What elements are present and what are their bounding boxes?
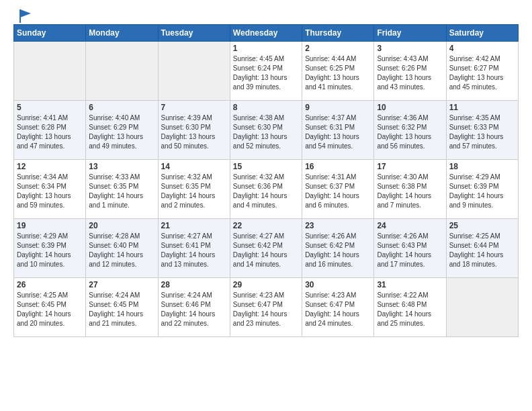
- day-number: 29: [233, 280, 299, 289]
- day-number: 12: [17, 162, 83, 171]
- calendar-cell: 15Sunrise: 4:32 AM Sunset: 6:36 PM Dayli…: [230, 160, 302, 219]
- calendar-cell: [14, 42, 86, 101]
- day-info: Sunrise: 4:29 AM Sunset: 6:39 PM Dayligh…: [17, 232, 83, 269]
- calendar-cell: 17Sunrise: 4:30 AM Sunset: 6:38 PM Dayli…: [374, 160, 446, 219]
- day-number: 4: [449, 44, 515, 53]
- calendar-cell: 5Sunrise: 4:41 AM Sunset: 6:28 PM Daylig…: [14, 101, 86, 160]
- calendar-cell: 12Sunrise: 4:34 AM Sunset: 6:34 PM Dayli…: [14, 160, 86, 219]
- calendar-cell: 21Sunrise: 4:27 AM Sunset: 6:41 PM Dayli…: [158, 219, 230, 278]
- day-number: 26: [17, 280, 83, 289]
- weekday-header-wednesday: Wednesday: [230, 25, 302, 42]
- day-info: Sunrise: 4:45 AM Sunset: 6:24 PM Dayligh…: [233, 54, 299, 92]
- weekday-header-friday: Friday: [374, 25, 446, 42]
- calendar-cell: 16Sunrise: 4:31 AM Sunset: 6:37 PM Dayli…: [302, 160, 374, 219]
- day-info: Sunrise: 4:24 AM Sunset: 6:45 PM Dayligh…: [89, 291, 154, 328]
- calendar-cell: 24Sunrise: 4:26 AM Sunset: 6:43 PM Dayli…: [374, 219, 446, 278]
- day-number: 2: [305, 44, 371, 53]
- day-number: 1: [233, 44, 299, 53]
- day-number: 16: [305, 162, 371, 171]
- calendar-cell: 10Sunrise: 4:36 AM Sunset: 6:32 PM Dayli…: [374, 101, 446, 160]
- day-info: Sunrise: 4:34 AM Sunset: 6:34 PM Dayligh…: [17, 173, 83, 210]
- calendar-cell: 22Sunrise: 4:27 AM Sunset: 6:42 PM Dayli…: [230, 219, 302, 278]
- day-info: Sunrise: 4:44 AM Sunset: 6:25 PM Dayligh…: [305, 54, 371, 92]
- day-info: Sunrise: 4:39 AM Sunset: 6:30 PM Dayligh…: [161, 113, 227, 151]
- day-number: 9: [305, 103, 371, 112]
- calendar-cell: 20Sunrise: 4:28 AM Sunset: 6:40 PM Dayli…: [86, 219, 158, 278]
- day-number: 15: [233, 162, 299, 171]
- day-number: 21: [161, 221, 227, 230]
- day-info: Sunrise: 4:40 AM Sunset: 6:29 PM Dayligh…: [89, 113, 154, 151]
- weekday-header-tuesday: Tuesday: [158, 25, 230, 42]
- day-info: Sunrise: 4:38 AM Sunset: 6:30 PM Dayligh…: [233, 113, 299, 151]
- calendar-cell: 26Sunrise: 4:25 AM Sunset: 6:45 PM Dayli…: [14, 278, 86, 337]
- weekday-header-thursday: Thursday: [302, 25, 374, 42]
- calendar-week-row: 1Sunrise: 4:45 AM Sunset: 6:24 PM Daylig…: [14, 42, 519, 101]
- day-info: Sunrise: 4:42 AM Sunset: 6:27 PM Dayligh…: [449, 54, 515, 92]
- logo: [13, 11, 32, 20]
- day-number: 6: [89, 103, 154, 112]
- day-number: 11: [449, 103, 515, 112]
- day-number: 18: [449, 162, 515, 171]
- day-number: 28: [161, 280, 227, 289]
- day-info: Sunrise: 4:26 AM Sunset: 6:42 PM Dayligh…: [305, 232, 371, 269]
- day-number: 30: [305, 280, 371, 289]
- day-number: 17: [377, 162, 443, 171]
- calendar-cell: 1Sunrise: 4:45 AM Sunset: 6:24 PM Daylig…: [230, 42, 302, 101]
- day-number: 14: [161, 162, 227, 171]
- day-info: Sunrise: 4:27 AM Sunset: 6:42 PM Dayligh…: [233, 232, 299, 269]
- day-info: Sunrise: 4:35 AM Sunset: 6:33 PM Dayligh…: [449, 113, 515, 151]
- day-info: Sunrise: 4:36 AM Sunset: 6:32 PM Dayligh…: [377, 113, 443, 151]
- day-number: 31: [377, 280, 443, 289]
- day-info: Sunrise: 4:33 AM Sunset: 6:35 PM Dayligh…: [89, 173, 154, 210]
- calendar-cell: 23Sunrise: 4:26 AM Sunset: 6:42 PM Dayli…: [302, 219, 374, 278]
- calendar-week-row: 26Sunrise: 4:25 AM Sunset: 6:45 PM Dayli…: [14, 278, 519, 337]
- calendar-cell: 29Sunrise: 4:23 AM Sunset: 6:47 PM Dayli…: [230, 278, 302, 337]
- day-info: Sunrise: 4:25 AM Sunset: 6:45 PM Dayligh…: [17, 291, 83, 328]
- calendar-cell: 25Sunrise: 4:25 AM Sunset: 6:44 PM Dayli…: [446, 219, 518, 278]
- day-number: 25: [449, 221, 515, 230]
- day-number: 24: [377, 221, 443, 230]
- day-info: Sunrise: 4:22 AM Sunset: 6:48 PM Dayligh…: [377, 291, 443, 328]
- calendar-cell: 13Sunrise: 4:33 AM Sunset: 6:35 PM Dayli…: [86, 160, 158, 219]
- page: SundayMondayTuesdayWednesdayThursdayFrid…: [0, 0, 532, 411]
- day-number: 3: [377, 44, 443, 53]
- calendar-cell: 11Sunrise: 4:35 AM Sunset: 6:33 PM Dayli…: [446, 101, 518, 160]
- weekday-header-saturday: Saturday: [446, 25, 518, 42]
- day-info: Sunrise: 4:41 AM Sunset: 6:28 PM Dayligh…: [17, 113, 83, 151]
- weekday-header-monday: Monday: [86, 25, 158, 42]
- day-info: Sunrise: 4:25 AM Sunset: 6:44 PM Dayligh…: [449, 232, 515, 269]
- day-number: 10: [377, 103, 443, 112]
- day-info: Sunrise: 4:29 AM Sunset: 6:39 PM Dayligh…: [449, 173, 515, 210]
- day-number: 23: [305, 221, 371, 230]
- calendar-cell: 8Sunrise: 4:38 AM Sunset: 6:30 PM Daylig…: [230, 101, 302, 160]
- day-info: Sunrise: 4:43 AM Sunset: 6:26 PM Dayligh…: [377, 54, 443, 92]
- calendar-cell: [446, 278, 518, 337]
- day-number: 8: [233, 103, 299, 112]
- day-info: Sunrise: 4:28 AM Sunset: 6:40 PM Dayligh…: [89, 232, 154, 269]
- calendar-table: SundayMondayTuesdayWednesdayThursdayFrid…: [13, 24, 519, 337]
- day-info: Sunrise: 4:31 AM Sunset: 6:37 PM Dayligh…: [305, 173, 371, 210]
- day-number: 13: [89, 162, 154, 171]
- day-info: Sunrise: 4:27 AM Sunset: 6:41 PM Dayligh…: [161, 232, 227, 269]
- calendar-cell: 19Sunrise: 4:29 AM Sunset: 6:39 PM Dayli…: [14, 219, 86, 278]
- day-info: Sunrise: 4:37 AM Sunset: 6:31 PM Dayligh…: [305, 113, 371, 151]
- calendar-cell: 14Sunrise: 4:32 AM Sunset: 6:35 PM Dayli…: [158, 160, 230, 219]
- day-info: Sunrise: 4:23 AM Sunset: 6:47 PM Dayligh…: [305, 291, 371, 328]
- calendar-cell: [158, 42, 230, 101]
- calendar-week-row: 19Sunrise: 4:29 AM Sunset: 6:39 PM Dayli…: [14, 219, 519, 278]
- calendar-cell: 2Sunrise: 4:44 AM Sunset: 6:25 PM Daylig…: [302, 42, 374, 101]
- calendar-cell: 6Sunrise: 4:40 AM Sunset: 6:29 PM Daylig…: [86, 101, 158, 160]
- day-info: Sunrise: 4:30 AM Sunset: 6:38 PM Dayligh…: [377, 173, 443, 210]
- day-number: 27: [89, 280, 154, 289]
- calendar-cell: 27Sunrise: 4:24 AM Sunset: 6:45 PM Dayli…: [86, 278, 158, 337]
- logo-flag-icon: [17, 8, 32, 23]
- day-info: Sunrise: 4:26 AM Sunset: 6:43 PM Dayligh…: [377, 232, 443, 269]
- calendar-cell: 7Sunrise: 4:39 AM Sunset: 6:30 PM Daylig…: [158, 101, 230, 160]
- day-number: 5: [17, 103, 83, 112]
- calendar-week-row: 12Sunrise: 4:34 AM Sunset: 6:34 PM Dayli…: [14, 160, 519, 219]
- calendar-cell: 3Sunrise: 4:43 AM Sunset: 6:26 PM Daylig…: [374, 42, 446, 101]
- calendar-week-row: 5Sunrise: 4:41 AM Sunset: 6:28 PM Daylig…: [14, 101, 519, 160]
- calendar-cell: 31Sunrise: 4:22 AM Sunset: 6:48 PM Dayli…: [374, 278, 446, 337]
- day-number: 7: [161, 103, 227, 112]
- calendar-cell: [86, 42, 158, 101]
